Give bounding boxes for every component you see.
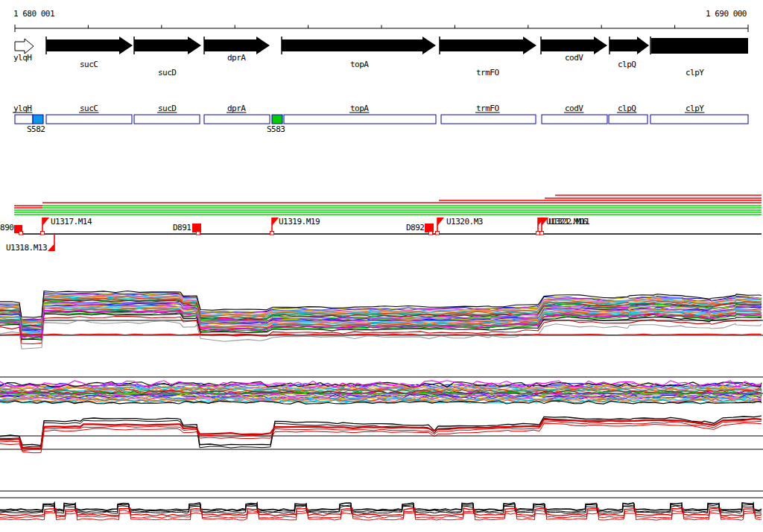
marker-D891[interactable]: D891: [173, 223, 201, 235]
marker-label-D892: D892: [406, 223, 425, 232]
segment-label-S582: S582: [27, 124, 45, 134]
gene-box-rect[interactable]: [46, 115, 132, 124]
gene-box-label-sucC: sucC: [80, 104, 98, 113]
gene-arrow-shape[interactable]: [440, 37, 536, 54]
gene-arrow-label-sucD: sucD: [158, 68, 177, 77]
gene-box-rect[interactable]: [204, 115, 270, 124]
gene-arrow-ylqH[interactable]: ylqH: [13, 39, 34, 63]
marker-anchor: [41, 232, 45, 235]
marker-flag[interactable]: [437, 218, 444, 226]
gene-arrow-label-dprA: dprA: [227, 53, 246, 63]
gene-arrow-trmFO[interactable]: trmFO: [440, 37, 536, 77]
gene-box-clpQ[interactable]: clpQ: [609, 104, 648, 124]
marker-anchor: [19, 232, 23, 235]
gene-arrow-dprA[interactable]: dprA: [204, 37, 270, 63]
expression-track-1[interactable]: [0, 291, 762, 349]
marker-D890[interactable]: D890: [0, 223, 23, 235]
coverage-lines: [14, 195, 762, 215]
gene-box-rect[interactable]: [134, 115, 200, 124]
gene-box-rect[interactable]: [542, 115, 607, 124]
gene-box-label-clpY: clpY: [686, 104, 704, 113]
marker-label-U1320.M3: U1320.M3: [446, 217, 483, 227]
gene-arrow-label-topA: topA: [350, 60, 369, 69]
gene-box-rect[interactable]: [15, 115, 33, 124]
signal-line: [0, 503, 762, 510]
marker-U1320.M3[interactable]: U1320.M3: [436, 217, 483, 235]
gene-arrow-sucC[interactable]: sucC: [46, 37, 133, 69]
marker-anchor: [197, 232, 200, 235]
bottom-track[interactable]: [0, 503, 762, 520]
expression-track-2[interactable]: [0, 381, 762, 404]
gene-arrow-shape[interactable]: [541, 37, 607, 54]
segment-rect[interactable]: [33, 115, 43, 124]
gene-arrow-shape[interactable]: [134, 37, 201, 54]
gene-arrow-shape[interactable]: [204, 37, 270, 54]
gene-box-clpY[interactable]: clpY: [650, 104, 748, 124]
stepped-track[interactable]: [0, 416, 762, 453]
gene-box-label-clpQ: clpQ: [618, 104, 636, 113]
gene-arrow-label-clpQ: clpQ: [618, 60, 636, 69]
gene-arrow-topA[interactable]: topA: [282, 37, 436, 69]
marker-anchor: [436, 232, 440, 235]
gene-arrow-label-clpY: clpY: [686, 68, 704, 77]
gene-box-label-codV: codV: [565, 104, 583, 113]
marker-anchor: [540, 232, 544, 235]
gene-arrow-clpQ[interactable]: clpQ: [610, 37, 649, 69]
gene-box-rect[interactable]: [609, 115, 648, 124]
gene-box-sucC[interactable]: sucC: [46, 104, 132, 124]
marker-U1317.M14[interactable]: U1317.M14: [41, 217, 92, 235]
gene-box-label-trmFO: trmFO: [476, 104, 499, 113]
flat-red-line: [0, 334, 762, 335]
marker-label-D891: D891: [173, 223, 191, 232]
marker-label-D890: D890: [0, 223, 14, 232]
gene-arrow-sucD[interactable]: sucD: [134, 37, 201, 77]
gene-arrow-shape[interactable]: [46, 37, 133, 54]
marker-anchor: [270, 232, 274, 235]
marker-D892[interactable]: D892: [406, 223, 434, 235]
gene-box-label-topA: topA: [350, 104, 369, 113]
gene-box-label-ylqH: ylqH: [13, 104, 32, 113]
gene-arrow-codV[interactable]: codV: [541, 37, 607, 63]
marker-U1319.M19[interactable]: U1319.M19: [270, 217, 320, 235]
gene-arrow-label-sucC: sucC: [80, 60, 98, 69]
gene-arrow-shape[interactable]: [610, 37, 649, 54]
segment-rect[interactable]: [272, 115, 282, 124]
gene-arrow-label-codV: codV: [565, 53, 583, 63]
gene-box-label-sucD: sucD: [158, 104, 177, 113]
gene-box-rect[interactable]: [441, 115, 536, 124]
genome-browser-screen: 1 680 001 1 690 000 ylqHsucCsucDdprAtopA…: [0, 0, 763, 532]
gene-box-topA[interactable]: topA: [284, 104, 436, 124]
marker-U1318.M13[interactable]: U1318.M13: [6, 234, 54, 253]
marker-label-U1317.M14: U1317.M14: [51, 217, 92, 227]
gene-box-codV[interactable]: codV: [542, 104, 607, 124]
gene-arrow-shape[interactable]: [651, 38, 748, 54]
track-rules: [0, 320, 763, 498]
browser-canvas: ylqHsucCsucDdprAtopAtrmFOcodVclpQclpYylq…: [0, 0, 763, 532]
gene-box-trmFO[interactable]: trmFO: [441, 104, 536, 124]
marker-flag[interactable]: [48, 244, 54, 251]
marker-flag[interactable]: [272, 218, 279, 226]
marker-label-U1319.M19: U1319.M19: [279, 217, 320, 227]
gene-arrow-clpY[interactable]: clpY: [650, 37, 748, 77]
gene-box-dprA[interactable]: dprA: [204, 104, 270, 124]
gene-box-ylqH[interactable]: ylqH: [13, 104, 33, 124]
marker-flag[interactable]: [42, 218, 49, 226]
gene-box-rect[interactable]: [650, 115, 748, 124]
marker-anchor: [536, 232, 540, 235]
gene-arrow-shape[interactable]: [15, 39, 34, 54]
segment-label-S583: S583: [267, 124, 285, 134]
gene-arrow-label-trmFO: trmFO: [476, 68, 499, 77]
gene-box-rect[interactable]: [284, 115, 436, 124]
signal-line: [0, 504, 762, 512]
marker-label-U1318.M13: U1318.M13: [6, 243, 47, 253]
genome-ruler: [15, 25, 748, 32]
signal-line: [0, 418, 762, 448]
gene-arrow-shape[interactable]: [282, 37, 436, 54]
gene-arrow-label-ylqH: ylqH: [13, 53, 32, 63]
marker-label-U1322.M11: U1322.M11: [548, 217, 589, 227]
gene-box-sucD[interactable]: sucD: [134, 104, 200, 124]
gene-box-label-dprA: dprA: [227, 104, 246, 113]
marker-anchor: [429, 232, 433, 235]
